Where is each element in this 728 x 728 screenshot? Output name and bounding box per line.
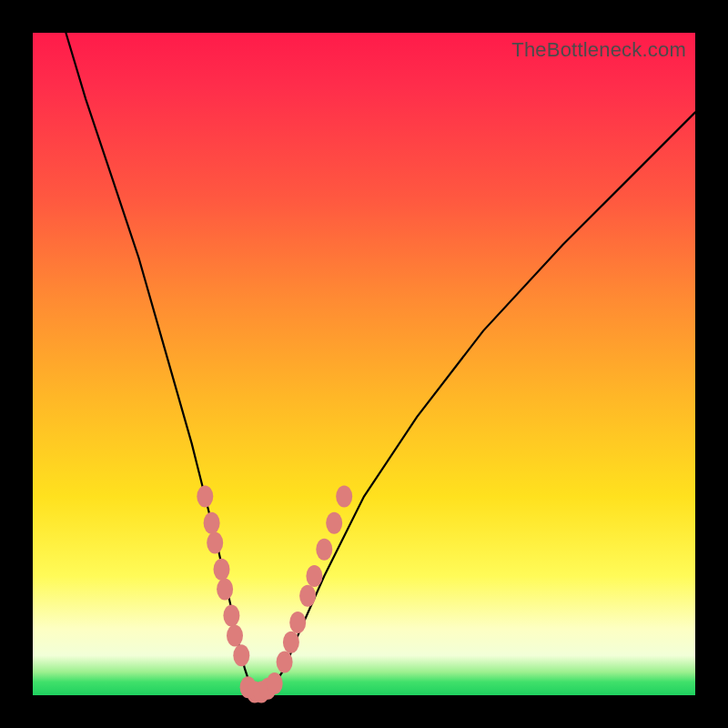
bead [233, 644, 249, 666]
bead [214, 559, 230, 581]
bead [223, 605, 239, 627]
chart-svg [33, 33, 695, 695]
bead [227, 625, 243, 647]
bead [204, 512, 220, 534]
bead [267, 672, 283, 694]
outer-frame: TheBottleneck.com [0, 0, 728, 728]
bead [316, 539, 332, 561]
plot-area: TheBottleneck.com [33, 33, 695, 695]
bead-group [197, 486, 352, 703]
bead [277, 652, 293, 673]
bead [217, 579, 233, 601]
bead [299, 585, 316, 607]
bead [283, 632, 299, 653]
bead [289, 612, 306, 633]
bead [336, 486, 352, 508]
bottleneck-curve [66, 33, 695, 695]
bead [326, 512, 342, 534]
bead [197, 486, 213, 508]
bead [306, 565, 322, 587]
bead [207, 532, 223, 554]
